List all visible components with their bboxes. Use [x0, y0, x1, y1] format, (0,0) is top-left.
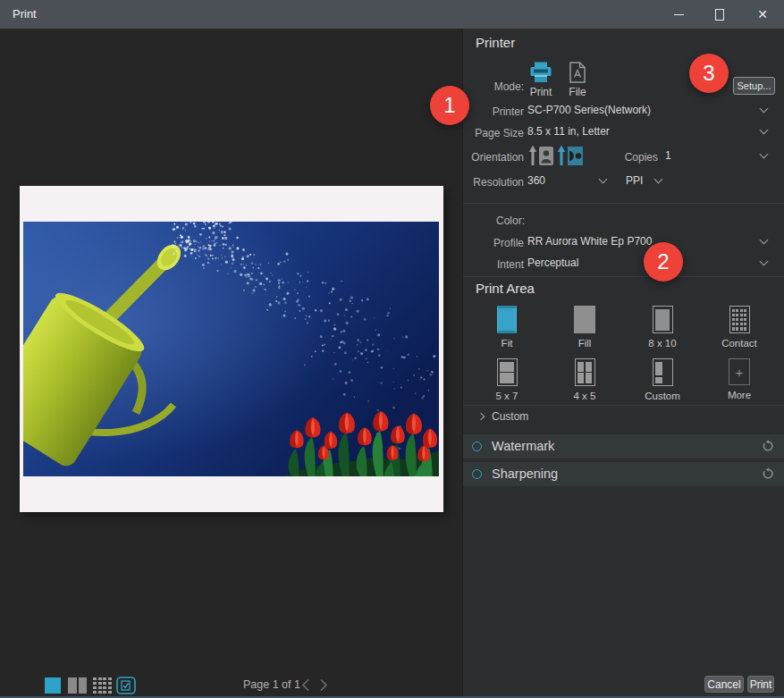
chevron-down-icon: [760, 257, 769, 266]
print-area-option-4x5[interactable]: 4 x 5: [558, 358, 611, 408]
preview-photo: [23, 222, 439, 476]
titlebar: Print ✕: [0, 0, 784, 29]
resolution-label: Resolution: [463, 176, 524, 189]
chevron-down-icon: [760, 126, 769, 135]
mode-print-button[interactable]: Print: [524, 62, 558, 105]
mode-file-button[interactable]: File: [561, 62, 594, 105]
chevron-down-icon: [760, 236, 769, 245]
chevron-right-icon: [318, 678, 329, 692]
annotation-badge-1: 1: [430, 86, 469, 125]
printer-icon: [529, 62, 552, 83]
chevron-down-icon: [760, 105, 769, 114]
minimize-icon: [674, 14, 684, 15]
mode-file-label: File: [569, 86, 586, 98]
window-title: Print: [13, 7, 37, 21]
print-area-option-custom[interactable]: Custom: [636, 358, 689, 408]
page-prev-button[interactable]: [300, 678, 311, 695]
soft-proof-icon: [116, 677, 136, 694]
reset-icon[interactable]: [762, 467, 774, 480]
chevron-down-icon: [760, 150, 769, 159]
print-area-title: Print Area: [476, 281, 535, 296]
print-area-option-fill[interactable]: Fill: [558, 306, 611, 356]
preview-canvas: [0, 29, 463, 698]
watermark-toggle[interactable]: [472, 442, 482, 451]
custom-layout-icon: [653, 358, 673, 386]
orientation-portrait-button[interactable]: [528, 144, 555, 168]
maximize-icon: [715, 9, 724, 21]
contact-sheet-icon: [729, 306, 750, 333]
reset-icon[interactable]: [762, 440, 774, 452]
color-section-title: Color:: [496, 214, 525, 227]
sharpening-toggle[interactable]: [472, 469, 482, 479]
resolution-select[interactable]: 360: [527, 174, 613, 189]
orientation-landscape-button[interactable]: [557, 144, 584, 168]
print-area-option-5x7[interactable]: 5 x 7: [480, 358, 534, 408]
chevron-left-icon: [300, 678, 311, 692]
4x5-icon: [575, 358, 595, 386]
custom-expander[interactable]: Custom: [478, 410, 528, 423]
maximize-button[interactable]: [711, 5, 729, 23]
section-divider: [463, 203, 784, 204]
fit-icon: [497, 306, 517, 333]
fill-icon: [574, 306, 595, 333]
cancel-button[interactable]: Cancel: [704, 676, 744, 693]
5x7-icon: [497, 358, 518, 386]
section-divider: [463, 276, 784, 277]
8x10-icon: [653, 306, 673, 333]
annotation-badge-2: 2: [644, 242, 683, 282]
sharpening-section-header[interactable]: Sharpening: [463, 462, 784, 486]
annotation-badge-3: 3: [689, 54, 729, 93]
soft-proof-button[interactable]: [116, 677, 136, 698]
chevron-right-icon: [477, 413, 485, 420]
portrait-orientation-icon: [528, 144, 555, 168]
watermark-section-header[interactable]: Watermark: [463, 434, 784, 458]
orientation-label: Orientation: [463, 151, 524, 164]
mode-label: Mode:: [463, 80, 524, 93]
printer-row-label: Printer: [463, 105, 524, 118]
plus-icon: +: [729, 358, 750, 385]
print-button[interactable]: Print: [747, 676, 774, 693]
print-area-option-8x10[interactable]: 8 x 10: [636, 306, 689, 356]
copies-label: Copies: [590, 151, 658, 164]
view-two-page-button[interactable]: [68, 677, 87, 694]
view-single-page-button[interactable]: [45, 677, 61, 694]
close-button[interactable]: ✕: [754, 5, 771, 23]
print-area-option-fit[interactable]: Fit: [480, 306, 534, 356]
page-next-button[interactable]: [318, 678, 329, 695]
printer-section-title: Printer: [476, 35, 515, 50]
page-size-label: Page Size: [463, 127, 524, 139]
print-area-option-contact[interactable]: Contact: [712, 306, 766, 356]
minimize-button[interactable]: [670, 5, 687, 23]
setup-button[interactable]: Setup...: [733, 77, 775, 95]
page-size-select[interactable]: 8.5 x 11 in, Letter: [527, 125, 774, 139]
mode-print-label: Print: [530, 86, 552, 98]
print-dialog-window: Print ✕: [0, 0, 784, 698]
page-indicator: Page 1 of 1: [243, 678, 300, 691]
profile-label: Profile: [463, 237, 524, 249]
print-area-option-more[interactable]: + More: [712, 358, 766, 408]
intent-label: Intent: [463, 258, 524, 271]
view-grid-button[interactable]: [93, 677, 112, 694]
resolution-unit-select[interactable]: PPI: [626, 174, 660, 189]
copies-select[interactable]: 1: [665, 149, 774, 164]
file-icon: [569, 62, 586, 83]
section-divider: [463, 405, 784, 406]
landscape-orientation-icon: [557, 144, 584, 168]
printer-select[interactable]: SC-P700 Series(Network): [527, 104, 774, 118]
preview-paper: [20, 186, 443, 512]
chevron-down-icon: [599, 175, 608, 184]
